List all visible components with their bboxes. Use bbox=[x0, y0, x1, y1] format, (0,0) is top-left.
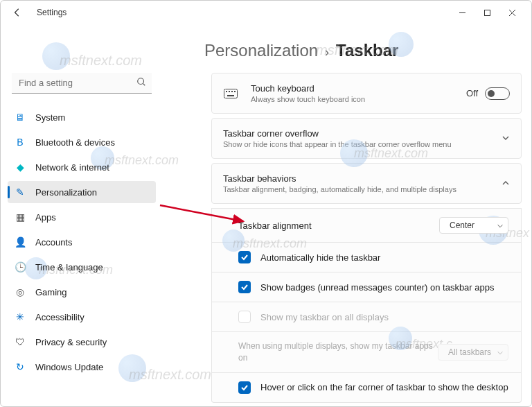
touch-keyboard-toggle[interactable] bbox=[485, 87, 510, 100]
search-box bbox=[12, 73, 152, 94]
autohide-checkbox[interactable] bbox=[238, 251, 251, 263]
overflow-row[interactable]: Taskbar corner overflow Show or hide ico… bbox=[211, 118, 522, 159]
sidebar-item-accounts[interactable]: 👤Accounts bbox=[8, 231, 156, 253]
multi-dropdown: All taskbars bbox=[438, 344, 508, 361]
nav-icon: ◆ bbox=[15, 162, 26, 173]
breadcrumb: Personalization › Taskbar bbox=[204, 41, 522, 60]
behaviors-title: Taskbar behaviors bbox=[223, 173, 502, 184]
nav-label: Accounts bbox=[35, 237, 72, 248]
nav-label: Accessibility bbox=[35, 312, 85, 322]
nav-label: Windows Update bbox=[35, 362, 103, 372]
svg-rect-6 bbox=[234, 91, 236, 92]
nav-label: Privacy & security bbox=[35, 337, 107, 347]
corner-row[interactable]: Hover or click on the far corner of task… bbox=[211, 373, 522, 403]
chevron-down-icon bbox=[502, 132, 510, 145]
alignment-label: Taskbar alignment bbox=[238, 220, 312, 231]
nav-icon: B bbox=[15, 137, 26, 148]
nav-icon: ◎ bbox=[15, 286, 26, 297]
search-input[interactable] bbox=[12, 73, 152, 94]
svg-rect-4 bbox=[229, 91, 230, 92]
nav-label: Bluetooth & devices bbox=[35, 137, 115, 148]
autohide-label: Automatically hide the taskbar bbox=[260, 252, 380, 263]
behaviors-sub: Taskbar alignment, badging, automaticall… bbox=[223, 185, 502, 193]
nav-label: Network & internet bbox=[35, 162, 109, 173]
sidebar-item-bluetooth-devices[interactable]: BBluetooth & devices bbox=[8, 131, 156, 153]
sidebar-item-privacy-security[interactable]: 🛡Privacy & security bbox=[8, 331, 156, 353]
nav-icon: 🕒 bbox=[15, 261, 26, 272]
alldisplays-row: Show my taskbar on all displays bbox=[211, 302, 522, 332]
multi-row: When using multiple displays, show my ta… bbox=[211, 332, 522, 373]
svg-point-1 bbox=[138, 78, 144, 85]
keyboard-icon bbox=[223, 89, 238, 98]
sidebar-item-personalization[interactable]: ✎Personalization bbox=[8, 181, 156, 203]
nav-icon: 🛡 bbox=[15, 336, 26, 347]
svg-rect-3 bbox=[226, 91, 227, 92]
nav-icon: 👤 bbox=[15, 236, 26, 248]
alignment-dropdown[interactable]: Center bbox=[439, 217, 508, 234]
chevron-down-icon bbox=[497, 222, 504, 232]
nav-label: Personalization bbox=[35, 187, 97, 198]
touch-keyboard-title: Touch keyboard bbox=[251, 83, 466, 94]
svg-rect-5 bbox=[231, 91, 233, 92]
sidebar-item-time-language[interactable]: 🕒Time & language bbox=[8, 256, 156, 278]
overflow-sub: Show or hide icons that appear in the ta… bbox=[223, 140, 502, 148]
chevron-right-icon: › bbox=[325, 45, 329, 60]
main-content: Personalization › Taskbar Touch keyboard… bbox=[163, 24, 531, 406]
alldisplays-checkbox bbox=[238, 311, 251, 323]
nav-icon: ✎ bbox=[15, 187, 26, 198]
svg-rect-0 bbox=[484, 10, 490, 15]
back-button[interactable] bbox=[8, 3, 27, 22]
maximize-button[interactable] bbox=[475, 3, 499, 22]
overflow-title: Taskbar corner overflow bbox=[223, 128, 502, 139]
multi-label: When using multiple displays, show my ta… bbox=[238, 340, 438, 364]
corner-checkbox[interactable] bbox=[238, 381, 251, 394]
nav-label: Gaming bbox=[35, 287, 67, 297]
badges-row[interactable]: Show badges (unread messages counter) on… bbox=[211, 272, 522, 302]
corner-label: Hover or click on the far corner of task… bbox=[260, 382, 508, 392]
touch-keyboard-row[interactable]: Touch keyboard Always show touch keyboar… bbox=[211, 73, 522, 114]
touch-keyboard-state: Off bbox=[466, 88, 478, 98]
minimize-button[interactable] bbox=[450, 3, 475, 22]
autohide-row[interactable]: Automatically hide the taskbar bbox=[211, 243, 522, 272]
sidebar-item-windows-update[interactable]: ↻Windows Update bbox=[8, 356, 156, 378]
breadcrumb-current: Taskbar bbox=[336, 41, 398, 60]
close-button[interactable] bbox=[499, 3, 524, 22]
nav-icon: ▦ bbox=[15, 211, 26, 223]
breadcrumb-parent[interactable]: Personalization bbox=[204, 41, 318, 60]
alignment-row: Taskbar alignment Center bbox=[211, 208, 522, 243]
sidebar-item-gaming[interactable]: ◎Gaming bbox=[8, 281, 156, 303]
nav-icon: ↻ bbox=[15, 361, 26, 372]
badges-label: Show badges (unread messages counter) on… bbox=[260, 282, 494, 293]
nav-label: Time & language bbox=[35, 262, 103, 272]
behaviors-row[interactable]: Taskbar behaviors Taskbar alignment, bad… bbox=[211, 163, 522, 204]
badges-checkbox[interactable] bbox=[238, 281, 251, 293]
alldisplays-label: Show my taskbar on all displays bbox=[260, 312, 389, 322]
titlebar: Settings bbox=[1, 1, 531, 24]
nav-icon: ✳ bbox=[15, 311, 26, 322]
app-title: Settings bbox=[37, 8, 66, 17]
sidebar-item-system[interactable]: 🖥System bbox=[8, 106, 156, 128]
search-icon bbox=[136, 77, 146, 89]
sidebar: 🖥SystemBBluetooth & devices◆Network & in… bbox=[1, 24, 163, 406]
chevron-down-icon bbox=[497, 349, 504, 358]
chevron-up-icon bbox=[502, 177, 510, 190]
svg-rect-7 bbox=[227, 95, 234, 96]
touch-keyboard-sub: Always show touch keyboard icon bbox=[251, 95, 466, 103]
nav-icon: 🖥 bbox=[15, 112, 26, 123]
nav-label: Apps bbox=[35, 212, 56, 223]
multi-value: All taskbars bbox=[448, 347, 491, 357]
sidebar-item-network-internet[interactable]: ◆Network & internet bbox=[8, 156, 156, 178]
sidebar-item-apps[interactable]: ▦Apps bbox=[8, 206, 156, 228]
svg-rect-2 bbox=[224, 89, 238, 98]
alignment-value: Center bbox=[450, 220, 475, 230]
nav-label: System bbox=[35, 112, 65, 123]
sidebar-item-accessibility[interactable]: ✳Accessibility bbox=[8, 306, 156, 328]
